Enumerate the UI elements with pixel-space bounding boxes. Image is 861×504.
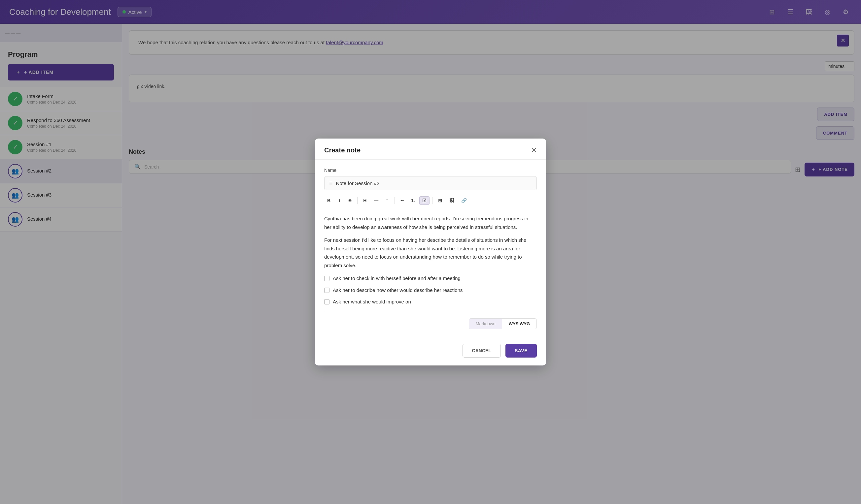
text-lines-icon: ≡ (329, 180, 333, 187)
markdown-mode-button[interactable]: Markdown (469, 319, 502, 329)
toolbar-bold-button[interactable]: B (324, 196, 333, 205)
cancel-label: CANCEL (472, 348, 491, 353)
modal-title: Create note (324, 146, 360, 154)
checklist-item-1-text: Ask her to check in with herself before … (333, 274, 461, 283)
toolbar-table-button[interactable]: ⊞ (435, 196, 445, 205)
modal-footer: CANCEL SAVE (315, 344, 546, 365)
toolbar-ordered-list-button[interactable]: 1. (408, 196, 418, 205)
checklist: Ask her to check in with herself before … (324, 274, 537, 306)
modal-close-button[interactable]: ✕ (531, 147, 537, 154)
toolbar-strikethrough-button[interactable]: S (345, 196, 355, 205)
toolbar-bullet-list-button[interactable]: •• (397, 196, 407, 205)
save-button[interactable]: SAVE (505, 344, 537, 358)
content-paragraph-2: For next session I'd like to focus on ha… (324, 236, 537, 269)
mode-toggle: Markdown WYSIWYG (469, 318, 537, 329)
toolbar-hr-button[interactable]: — (371, 196, 381, 205)
checkbox-2[interactable] (324, 288, 329, 293)
editor-mode-row: Markdown WYSIWYG (324, 313, 537, 329)
save-label: SAVE (515, 348, 528, 353)
checklist-item-2: Ask her to describe how other would desc… (324, 286, 537, 295)
content-paragraph-1: Cynthia has been doing great work with h… (324, 214, 537, 231)
editor-content: Cynthia has been doing great work with h… (324, 214, 537, 306)
toolbar-blockquote-button[interactable]: " (383, 196, 392, 205)
wysiwyg-label: WYSIWYG (509, 321, 530, 326)
checkbox-3[interactable] (324, 299, 329, 305)
toolbar-task-list-button[interactable]: ☑ (419, 196, 429, 205)
checklist-item-3-text: Ask her what she would improve on (333, 297, 411, 306)
checklist-item-1: Ask her to check in with herself before … (324, 274, 537, 283)
toolbar-image-button[interactable]: 🖼 (446, 196, 457, 205)
name-label: Name (324, 168, 537, 173)
editor-toolbar: B I S H — " •• 1. ☑ ⊞ 🖼 🔗 (324, 196, 537, 209)
name-input-row: ≡ (324, 176, 537, 190)
modal-overlay[interactable]: Create note ✕ Name ≡ B I S H — " •• 1. ☑ (0, 0, 861, 504)
toolbar-italic-button[interactable]: I (335, 196, 344, 205)
toolbar-divider-2 (395, 197, 395, 204)
toolbar-link-button[interactable]: 🔗 (458, 196, 470, 205)
toolbar-heading-button[interactable]: H (360, 196, 369, 205)
toolbar-divider-3 (432, 197, 433, 204)
wysiwyg-mode-button[interactable]: WYSIWYG (502, 319, 536, 329)
markdown-label: Markdown (476, 321, 495, 326)
modal-body: Name ≡ B I S H — " •• 1. ☑ ⊞ 🖼 (315, 160, 546, 344)
name-input[interactable] (336, 180, 532, 186)
toolbar-divider (357, 197, 357, 204)
checklist-item-2-text: Ask her to describe how other would desc… (333, 286, 463, 295)
create-note-modal: Create note ✕ Name ≡ B I S H — " •• 1. ☑ (315, 139, 546, 365)
cancel-button[interactable]: CANCEL (463, 344, 501, 358)
checklist-item-3: Ask her what she would improve on (324, 297, 537, 306)
modal-header: Create note ✕ (315, 139, 546, 160)
checkbox-1[interactable] (324, 276, 329, 281)
